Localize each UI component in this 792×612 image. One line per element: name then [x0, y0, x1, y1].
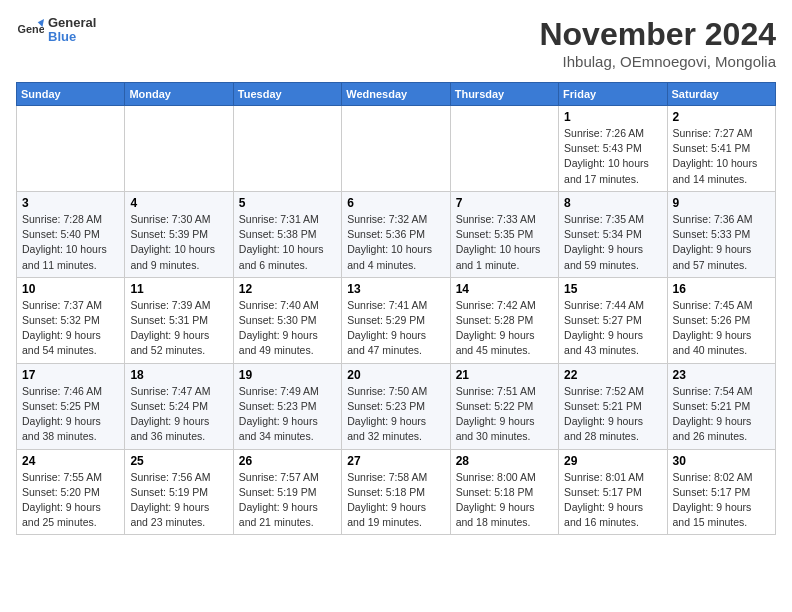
calendar-cell: [125, 106, 233, 192]
day-number: 9: [673, 196, 770, 210]
day-info: Sunrise: 8:02 AM Sunset: 5:17 PM Dayligh…: [673, 470, 770, 531]
day-info: Sunrise: 7:51 AM Sunset: 5:22 PM Dayligh…: [456, 384, 553, 445]
weekday-header: Wednesday: [342, 83, 450, 106]
calendar-cell: 28Sunrise: 8:00 AM Sunset: 5:18 PM Dayli…: [450, 449, 558, 535]
calendar-cell: [450, 106, 558, 192]
calendar-cell: 3Sunrise: 7:28 AM Sunset: 5:40 PM Daylig…: [17, 191, 125, 277]
day-info: Sunrise: 7:27 AM Sunset: 5:41 PM Dayligh…: [673, 126, 770, 187]
calendar-cell: 7Sunrise: 7:33 AM Sunset: 5:35 PM Daylig…: [450, 191, 558, 277]
calendar-cell: [17, 106, 125, 192]
day-number: 28: [456, 454, 553, 468]
calendar-cell: 6Sunrise: 7:32 AM Sunset: 5:36 PM Daylig…: [342, 191, 450, 277]
day-info: Sunrise: 7:33 AM Sunset: 5:35 PM Dayligh…: [456, 212, 553, 273]
calendar-table: SundayMondayTuesdayWednesdayThursdayFrid…: [16, 82, 776, 535]
day-number: 11: [130, 282, 227, 296]
calendar-cell: [342, 106, 450, 192]
calendar-week-row: 17Sunrise: 7:46 AM Sunset: 5:25 PM Dayli…: [17, 363, 776, 449]
day-number: 20: [347, 368, 444, 382]
calendar-cell: 27Sunrise: 7:58 AM Sunset: 5:18 PM Dayli…: [342, 449, 450, 535]
calendar-cell: 29Sunrise: 8:01 AM Sunset: 5:17 PM Dayli…: [559, 449, 667, 535]
weekday-header: Thursday: [450, 83, 558, 106]
day-info: Sunrise: 7:39 AM Sunset: 5:31 PM Dayligh…: [130, 298, 227, 359]
day-number: 12: [239, 282, 336, 296]
day-info: Sunrise: 7:36 AM Sunset: 5:33 PM Dayligh…: [673, 212, 770, 273]
day-number: 19: [239, 368, 336, 382]
calendar-cell: 14Sunrise: 7:42 AM Sunset: 5:28 PM Dayli…: [450, 277, 558, 363]
day-info: Sunrise: 7:30 AM Sunset: 5:39 PM Dayligh…: [130, 212, 227, 273]
calendar-cell: 21Sunrise: 7:51 AM Sunset: 5:22 PM Dayli…: [450, 363, 558, 449]
day-info: Sunrise: 7:37 AM Sunset: 5:32 PM Dayligh…: [22, 298, 119, 359]
day-number: 29: [564, 454, 661, 468]
logo-line1: General: [48, 16, 96, 30]
weekday-header: Tuesday: [233, 83, 341, 106]
weekday-header: Saturday: [667, 83, 775, 106]
calendar-cell: 11Sunrise: 7:39 AM Sunset: 5:31 PM Dayli…: [125, 277, 233, 363]
weekday-header: Sunday: [17, 83, 125, 106]
calendar-cell: 17Sunrise: 7:46 AM Sunset: 5:25 PM Dayli…: [17, 363, 125, 449]
day-number: 14: [456, 282, 553, 296]
day-info: Sunrise: 7:56 AM Sunset: 5:19 PM Dayligh…: [130, 470, 227, 531]
day-info: Sunrise: 7:26 AM Sunset: 5:43 PM Dayligh…: [564, 126, 661, 187]
day-info: Sunrise: 7:55 AM Sunset: 5:20 PM Dayligh…: [22, 470, 119, 531]
calendar-cell: 20Sunrise: 7:50 AM Sunset: 5:23 PM Dayli…: [342, 363, 450, 449]
day-info: Sunrise: 7:50 AM Sunset: 5:23 PM Dayligh…: [347, 384, 444, 445]
day-info: Sunrise: 7:45 AM Sunset: 5:26 PM Dayligh…: [673, 298, 770, 359]
day-number: 24: [22, 454, 119, 468]
day-info: Sunrise: 7:57 AM Sunset: 5:19 PM Dayligh…: [239, 470, 336, 531]
calendar-cell: 2Sunrise: 7:27 AM Sunset: 5:41 PM Daylig…: [667, 106, 775, 192]
calendar-cell: 4Sunrise: 7:30 AM Sunset: 5:39 PM Daylig…: [125, 191, 233, 277]
day-number: 25: [130, 454, 227, 468]
month-title: November 2024: [539, 16, 776, 53]
calendar-cell: 25Sunrise: 7:56 AM Sunset: 5:19 PM Dayli…: [125, 449, 233, 535]
calendar-cell: 16Sunrise: 7:45 AM Sunset: 5:26 PM Dayli…: [667, 277, 775, 363]
calendar-cell: 8Sunrise: 7:35 AM Sunset: 5:34 PM Daylig…: [559, 191, 667, 277]
calendar-header-row: SundayMondayTuesdayWednesdayThursdayFrid…: [17, 83, 776, 106]
day-number: 1: [564, 110, 661, 124]
calendar-week-row: 1Sunrise: 7:26 AM Sunset: 5:43 PM Daylig…: [17, 106, 776, 192]
logo: General General Blue: [16, 16, 96, 45]
day-number: 27: [347, 454, 444, 468]
calendar-cell: 5Sunrise: 7:31 AM Sunset: 5:38 PM Daylig…: [233, 191, 341, 277]
day-number: 17: [22, 368, 119, 382]
calendar-week-row: 10Sunrise: 7:37 AM Sunset: 5:32 PM Dayli…: [17, 277, 776, 363]
location: Ihbulag, OEmnoegovi, Mongolia: [539, 53, 776, 70]
calendar-week-row: 3Sunrise: 7:28 AM Sunset: 5:40 PM Daylig…: [17, 191, 776, 277]
day-number: 4: [130, 196, 227, 210]
weekday-header: Monday: [125, 83, 233, 106]
calendar-cell: [233, 106, 341, 192]
day-number: 8: [564, 196, 661, 210]
day-number: 26: [239, 454, 336, 468]
logo-line2: Blue: [48, 30, 96, 44]
day-number: 7: [456, 196, 553, 210]
calendar-cell: 19Sunrise: 7:49 AM Sunset: 5:23 PM Dayli…: [233, 363, 341, 449]
day-info: Sunrise: 7:28 AM Sunset: 5:40 PM Dayligh…: [22, 212, 119, 273]
day-info: Sunrise: 8:01 AM Sunset: 5:17 PM Dayligh…: [564, 470, 661, 531]
day-info: Sunrise: 7:47 AM Sunset: 5:24 PM Dayligh…: [130, 384, 227, 445]
day-number: 30: [673, 454, 770, 468]
logo-icon: General: [16, 16, 44, 44]
day-info: Sunrise: 7:35 AM Sunset: 5:34 PM Dayligh…: [564, 212, 661, 273]
title-area: November 2024 Ihbulag, OEmnoegovi, Mongo…: [539, 16, 776, 70]
day-info: Sunrise: 8:00 AM Sunset: 5:18 PM Dayligh…: [456, 470, 553, 531]
day-info: Sunrise: 7:54 AM Sunset: 5:21 PM Dayligh…: [673, 384, 770, 445]
day-number: 13: [347, 282, 444, 296]
day-number: 23: [673, 368, 770, 382]
day-info: Sunrise: 7:31 AM Sunset: 5:38 PM Dayligh…: [239, 212, 336, 273]
day-info: Sunrise: 7:41 AM Sunset: 5:29 PM Dayligh…: [347, 298, 444, 359]
day-number: 18: [130, 368, 227, 382]
day-number: 21: [456, 368, 553, 382]
day-info: Sunrise: 7:49 AM Sunset: 5:23 PM Dayligh…: [239, 384, 336, 445]
calendar-cell: 1Sunrise: 7:26 AM Sunset: 5:43 PM Daylig…: [559, 106, 667, 192]
calendar-cell: 18Sunrise: 7:47 AM Sunset: 5:24 PM Dayli…: [125, 363, 233, 449]
day-info: Sunrise: 7:40 AM Sunset: 5:30 PM Dayligh…: [239, 298, 336, 359]
calendar-cell: 13Sunrise: 7:41 AM Sunset: 5:29 PM Dayli…: [342, 277, 450, 363]
day-info: Sunrise: 7:46 AM Sunset: 5:25 PM Dayligh…: [22, 384, 119, 445]
day-number: 6: [347, 196, 444, 210]
calendar-cell: 12Sunrise: 7:40 AM Sunset: 5:30 PM Dayli…: [233, 277, 341, 363]
day-info: Sunrise: 7:32 AM Sunset: 5:36 PM Dayligh…: [347, 212, 444, 273]
day-number: 10: [22, 282, 119, 296]
day-number: 3: [22, 196, 119, 210]
calendar-cell: 26Sunrise: 7:57 AM Sunset: 5:19 PM Dayli…: [233, 449, 341, 535]
calendar-cell: 22Sunrise: 7:52 AM Sunset: 5:21 PM Dayli…: [559, 363, 667, 449]
weekday-header: Friday: [559, 83, 667, 106]
